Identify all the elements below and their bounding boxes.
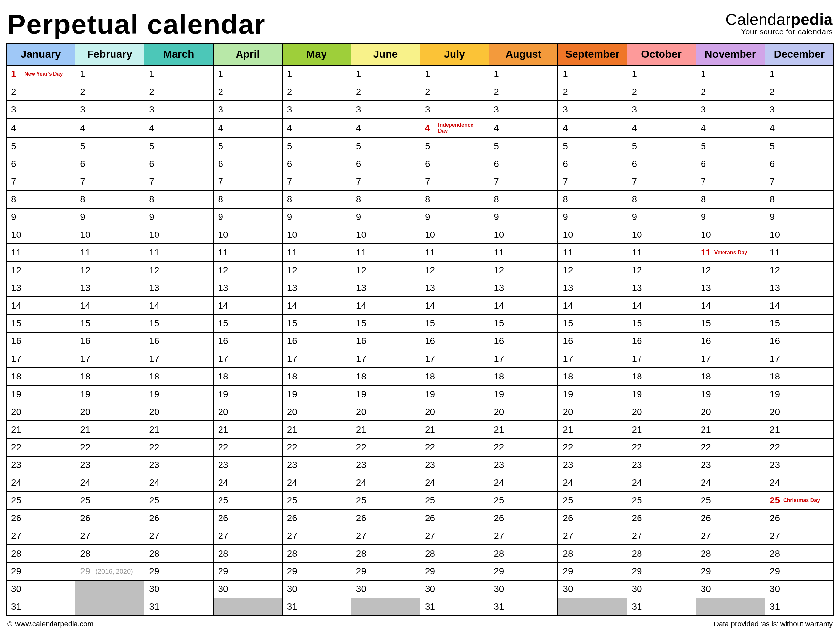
day-number: 25	[425, 495, 435, 506]
day-number: 8	[701, 194, 711, 205]
day-cell: 31	[627, 598, 696, 616]
day-number: 11	[356, 247, 366, 258]
month-header-october: October	[627, 44, 696, 66]
day-cell: 27	[696, 527, 765, 545]
day-number: 1	[11, 69, 21, 79]
day-number: 29	[287, 566, 297, 577]
day-number: 22	[80, 442, 90, 452]
day-cell: 11	[144, 244, 213, 262]
day-cell: 6	[420, 156, 489, 173]
day-number: 16	[80, 336, 90, 346]
day-cell: 2	[765, 83, 834, 101]
day-number: 5	[218, 141, 228, 151]
day-number: 24	[494, 478, 504, 488]
day-cell: 14	[214, 297, 283, 315]
day-cell: 11	[627, 244, 696, 262]
day-number: 21	[770, 424, 780, 435]
day-number: 20	[80, 407, 90, 417]
day-number: 18	[80, 371, 90, 382]
day-number: 19	[287, 389, 297, 399]
day-cell: 24	[627, 474, 696, 492]
day-number: 17	[218, 353, 228, 364]
day-cell: 16	[696, 333, 765, 350]
page-title: Perpetual calendar	[7, 8, 266, 40]
day-number: 30	[770, 584, 780, 594]
day-cell: 5	[144, 138, 213, 156]
day-number: 12	[80, 265, 90, 276]
day-number: 9	[287, 212, 297, 222]
day-number: 8	[563, 194, 573, 205]
day-number: 23	[149, 460, 159, 470]
day-number: 2	[425, 87, 435, 97]
day-number: 4	[494, 123, 504, 133]
day-number: 23	[218, 460, 228, 470]
day-number: 20	[218, 407, 228, 417]
day-cell: 4	[283, 119, 351, 138]
day-cell: 8	[765, 191, 834, 209]
day-number: 3	[80, 104, 90, 115]
day-number: 15	[356, 318, 366, 329]
day-cell: 2	[76, 83, 144, 101]
day-cell: 23	[351, 457, 420, 474]
day-number: 3	[563, 104, 573, 115]
day-number: 20	[563, 407, 573, 417]
day-cell: 27	[420, 527, 489, 545]
day-cell: 13	[558, 279, 627, 297]
brand-block: Calendarpedia Your source for calendars	[725, 11, 833, 36]
day-number: 22	[287, 442, 297, 452]
day-cell: 20	[76, 403, 144, 421]
day-number: 2	[80, 87, 90, 97]
day-number: 5	[287, 141, 297, 151]
day-cell: 9	[283, 209, 351, 226]
day-cell: 15	[6, 315, 76, 333]
day-cell: 15	[351, 315, 420, 333]
day-number: 2	[632, 87, 642, 97]
day-number: 11	[149, 247, 159, 258]
day-cell: 23	[283, 457, 351, 474]
day-number: 19	[563, 389, 573, 399]
day-number: 6	[632, 159, 642, 169]
day-number: 17	[701, 353, 711, 364]
day-number: 28	[425, 548, 435, 559]
day-cell: 27	[283, 527, 351, 545]
day-number: 13	[770, 283, 780, 293]
day-number: 23	[770, 460, 780, 470]
day-number: 18	[563, 371, 573, 382]
day-number: 4	[80, 123, 90, 133]
day-number: 14	[80, 300, 90, 311]
day-number: 10	[287, 230, 297, 240]
day-number: 7	[287, 177, 297, 187]
day-number: 28	[11, 548, 21, 559]
day-number: 1	[494, 69, 504, 79]
day-number: 22	[11, 442, 21, 452]
day-cell: 28	[420, 545, 489, 563]
day-number: 28	[632, 548, 642, 559]
day-number: 4	[218, 123, 228, 133]
day-number: 13	[80, 283, 90, 293]
day-cell: 19	[144, 386, 213, 403]
day-cell: 10	[351, 226, 420, 244]
day-number: 6	[11, 159, 21, 169]
day-number: 8	[287, 194, 297, 205]
day-number: 5	[149, 141, 159, 151]
day-number: 10	[701, 230, 711, 240]
day-cell: 3	[765, 101, 834, 119]
day-number: 6	[287, 159, 297, 169]
day-number: 22	[149, 442, 159, 452]
day-cell: 28	[144, 545, 213, 563]
day-cell: 18	[351, 368, 420, 386]
day-cell: 18	[144, 368, 213, 386]
day-number: 22	[770, 442, 780, 452]
day-number: 27	[80, 531, 90, 541]
day-number: 21	[356, 424, 366, 435]
day-number: 7	[770, 177, 780, 187]
day-cell: 21	[489, 421, 558, 439]
day-number: 10	[563, 230, 573, 240]
day-number: 7	[701, 177, 711, 187]
day-cell: 19	[76, 386, 144, 403]
day-cell: 28	[627, 545, 696, 563]
day-cell: 17	[6, 350, 76, 368]
day-cell: 16	[144, 333, 213, 350]
day-number: 2	[770, 87, 780, 97]
day-cell: 28	[351, 545, 420, 563]
